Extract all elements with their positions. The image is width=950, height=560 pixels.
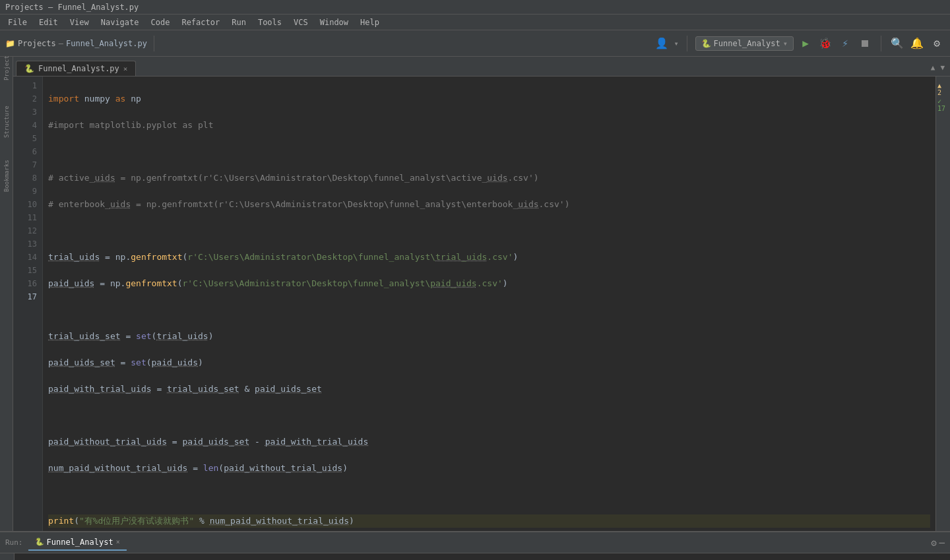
breadcrumb-file[interactable]: Funnel_Analyst.py — [66, 39, 147, 48]
menu-navigate[interactable]: Navigate — [96, 16, 144, 28]
breadcrumb: 📁 Projects – Funnel_Analyst.py — [5, 39, 147, 48]
breadcrumb-projects[interactable]: Projects — [18, 39, 56, 48]
code-line-12: paid_with_trial_uids = trial_uids_set & … — [48, 383, 930, 396]
run-tab-close[interactable]: × — [116, 538, 120, 545]
check-indicator: ✓ 17 — [937, 98, 949, 112]
run-config-label: Funnel_Analyst — [714, 39, 780, 48]
menu-tools[interactable]: Tools — [253, 16, 287, 28]
project-panel-icon[interactable]: Project — [1, 62, 13, 74]
run-config-selector[interactable]: 🐍 Funnel_Analyst ▾ — [695, 36, 794, 51]
account-icon[interactable]: 👤 — [654, 36, 670, 51]
line-num-2: 2 — [13, 92, 37, 106]
line-num-1: 1 — [13, 79, 37, 92]
menu-edit[interactable]: Edit — [34, 16, 63, 28]
bookmarks-panel-icon[interactable]: Bookmarks — [1, 170, 13, 182]
file-tab[interactable]: 🐍 Funnel_Analyst.py × — [16, 61, 136, 76]
line-num-4: 4 — [13, 119, 37, 132]
stop-button[interactable]: ⏹ — [857, 36, 873, 51]
code-line-6 — [48, 224, 930, 237]
search-everywhere-icon[interactable]: 🔍 — [889, 36, 905, 51]
line-num-13: 13 — [13, 237, 37, 251]
code-line-1: import numpy as np — [48, 92, 930, 106]
menu-refactor[interactable]: Refactor — [176, 16, 225, 28]
line-num-3: 3 — [13, 106, 37, 119]
right-gutter: ▲ 2 ✓ 17 — [935, 77, 950, 531]
run-with-coverage-button[interactable]: ⚡ — [837, 36, 853, 51]
main-area: Project Structure Bookmarks 🐍 Funnel_Ana… — [0, 57, 950, 531]
title-bar: Projects – Funnel_Analyst.py — [0, 0, 950, 15]
notification-icon[interactable]: 🔔 — [909, 36, 925, 51]
code-editor: 1 2 3 4 5 6 7 8 9 10 11 12 13 14 15 16 1… — [13, 77, 950, 531]
line-num-11: 11 — [13, 211, 37, 224]
run-button[interactable]: ▶ — [798, 36, 813, 51]
line-num-9: 9 — [13, 185, 37, 198]
run-tab-icon: 🐍 — [35, 538, 44, 546]
code-line-16 — [48, 488, 930, 501]
scroll-down-icon[interactable]: ▼ — [937, 62, 947, 73]
code-line-5: # enterbook_uids = np.genfromtxt(r'C:\Us… — [48, 198, 930, 211]
run-label: Run: — [5, 538, 23, 547]
run-content: ▶ ↑ ↓ ⊞ ≡ 🖨 🗑 G:\Python\python.exe F:/Py… — [0, 553, 950, 560]
line-numbers: 1 2 3 4 5 6 7 8 9 10 11 12 13 14 15 16 1… — [13, 77, 43, 531]
line-num-16: 16 — [13, 277, 37, 290]
code-line-15: num_paid_without_trial_uids = len(paid_w… — [48, 462, 930, 475]
line-num-7: 7 — [13, 158, 37, 171]
run-tab-bar: Run: 🐍 Funnel_Analyst × ⚙ ─ — [0, 532, 950, 553]
run-config-dropdown-icon: ▾ — [783, 39, 788, 48]
line-num-6: 6 — [13, 145, 37, 158]
code-line-3 — [48, 145, 930, 158]
left-panel-strip: Project Structure Bookmarks — [0, 57, 13, 531]
run-output: G:\Python\python.exe F:/Pycharm/Projects… — [15, 553, 950, 560]
tab-close-btn[interactable]: × — [123, 65, 128, 73]
code-line-9 — [48, 303, 930, 317]
line-num-8: 8 — [13, 171, 37, 185]
code-line-8: paid_uids = np.genfromtxt(r'C:\Users\Adm… — [48, 277, 930, 290]
run-panel: Run: 🐍 Funnel_Analyst × ⚙ ─ ▶ ↑ ↓ ⊞ ≡ 🖨 … — [0, 531, 950, 560]
toolbar-separator-3 — [881, 36, 881, 51]
structure-panel-icon[interactable]: Structure — [1, 116, 13, 128]
code-line-10: trial_uids_set = set(trial_uids) — [48, 330, 930, 343]
menu-window[interactable]: Window — [315, 16, 354, 28]
line-num-10: 10 — [13, 198, 37, 211]
run-tab-funnel[interactable]: 🐍 Funnel_Analyst × — [28, 535, 127, 551]
toolbar-separator-2 — [687, 36, 687, 51]
settings-icon[interactable]: ⚙ — [929, 36, 945, 51]
menu-run[interactable]: Run — [226, 16, 251, 28]
menu-bar: File Edit View Navigate Code Refactor Ru… — [0, 15, 950, 30]
menu-code[interactable]: Code — [146, 16, 175, 28]
run-tab-actions: ⚙ ─ — [931, 538, 945, 548]
code-line-7: trial_uids = np.genfromtxt(r'C:\Users\Ad… — [48, 251, 930, 264]
code-line-2: #import matplotlib.pyplot as plt — [48, 119, 930, 132]
code-line-13 — [48, 409, 930, 422]
gutter-counters: ▲ 2 ✓ 17 — [937, 79, 949, 115]
code-line-17: print("有%d位用户没有试读就购书" % num_paid_without… — [48, 514, 930, 528]
line-num-12: 12 — [13, 224, 37, 237]
run-tab-label: Funnel_Analyst — [47, 538, 113, 547]
toolbar: 📁 Projects – Funnel_Analyst.py 👤 ▾ 🐍 Fun… — [0, 30, 950, 57]
line-num-14: 14 — [13, 251, 37, 264]
menu-help[interactable]: Help — [355, 16, 385, 28]
project-icon: 📁 — [5, 39, 15, 48]
toolbar-separator — [154, 36, 154, 51]
run-config-icon: 🐍 — [701, 39, 711, 48]
run-left-tools: ▶ ↑ ↓ ⊞ ≡ 🖨 🗑 — [0, 553, 15, 560]
code-line-4: # active_uids = np.genfromtxt(r'C:\Users… — [48, 171, 930, 185]
line-num-15: 15 — [13, 264, 37, 277]
tab-file-icon: 🐍 — [24, 64, 34, 73]
scroll-up-icon[interactable]: ▲ — [928, 62, 938, 73]
menu-view[interactable]: View — [65, 16, 94, 28]
line-num-5: 5 — [13, 132, 37, 145]
editor-tab-bar: 🐍 Funnel_Analyst.py × ▲ ▼ — [13, 57, 950, 77]
run-settings-icon[interactable]: ⚙ — [931, 538, 936, 548]
run-play-btn[interactable]: ▶ — [1, 556, 13, 560]
debug-button[interactable]: 🐞 — [817, 36, 833, 51]
code-content[interactable]: import numpy as np #import matplotlib.py… — [43, 77, 935, 531]
title-text: Projects – Funnel_Analyst.py — [5, 3, 139, 12]
menu-vcs[interactable]: VCS — [288, 16, 313, 28]
warning-indicator: ▲ 2 — [937, 82, 949, 96]
run-minimize-icon[interactable]: ─ — [939, 538, 945, 548]
line-num-17: 17 — [13, 290, 37, 303]
code-line-14: paid_without_trial_uids = paid_uids_set … — [48, 435, 930, 449]
tab-file-label: Funnel_Analyst.py — [38, 64, 119, 73]
menu-file[interactable]: File — [3, 16, 32, 28]
